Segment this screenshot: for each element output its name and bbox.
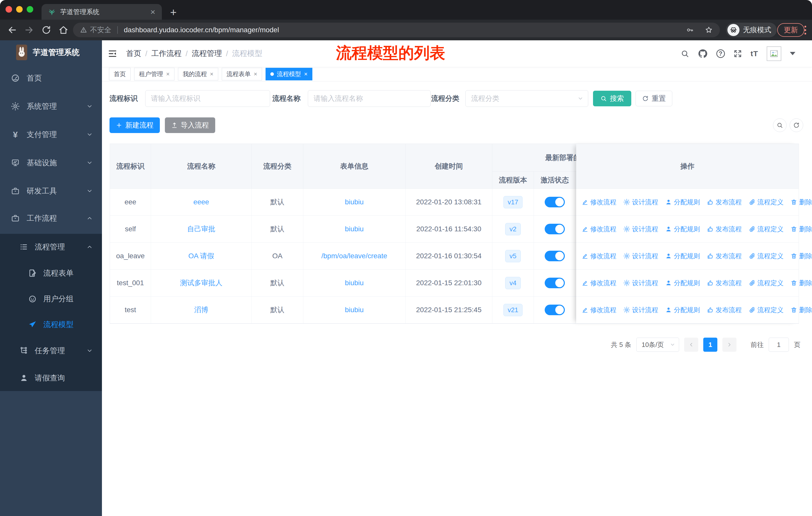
process-definition-link[interactable]: 流程定义 — [749, 252, 784, 261]
process-definition-link[interactable]: 流程定义 — [749, 225, 784, 234]
process-name-link[interactable]: OA 请假 — [188, 251, 214, 261]
caret-down-icon[interactable] — [790, 52, 795, 55]
delete-link[interactable]: 删除 — [791, 252, 812, 261]
process-definition-link[interactable]: 流程定义 — [749, 198, 784, 207]
home-icon[interactable] — [58, 25, 68, 35]
assign-rule-link[interactable]: 分配规则 — [665, 252, 700, 261]
security-chip[interactable]: 不安全 — [80, 25, 111, 35]
tag-tenant[interactable]: 租户管理× — [134, 68, 174, 80]
table-refresh-button[interactable] — [790, 118, 803, 132]
close-window-button[interactable] — [5, 6, 12, 12]
form-info-link[interactable]: biubiu — [345, 306, 364, 314]
prev-page-button[interactable] — [684, 337, 698, 352]
design-process-link[interactable]: 设计流程 — [624, 279, 658, 288]
tag-process-form[interactable]: 流程表单× — [222, 68, 262, 80]
sidebar-item-infra[interactable]: 基础设施 — [0, 150, 102, 175]
fullscreen-icon[interactable] — [733, 49, 742, 58]
star-icon[interactable] — [705, 26, 713, 34]
browser-menu-icon[interactable] — [805, 26, 806, 34]
sidebar-fold-icon[interactable] — [108, 49, 118, 59]
help-icon[interactable]: ? — [716, 49, 725, 58]
assign-rule-link[interactable]: 分配规则 — [665, 279, 700, 288]
reset-button[interactable]: 重置 — [636, 91, 672, 106]
page-size-select[interactable]: 10条/页 — [636, 337, 679, 352]
tag-home[interactable]: 首页 — [109, 68, 130, 80]
assign-rule-link[interactable]: 分配规则 — [665, 198, 700, 207]
sidebar-item-user-group[interactable]: 用户分组 — [0, 286, 102, 311]
sidebar-item-devtools[interactable]: 研发工具 — [0, 179, 102, 203]
delete-link[interactable]: 删除 — [791, 198, 812, 207]
delete-link[interactable]: 删除 — [791, 225, 812, 234]
breadcrumb-item[interactable]: 流程管理 — [192, 48, 222, 59]
publish-process-link[interactable]: 发布流程 — [707, 225, 742, 234]
process-definition-link[interactable]: 流程定义 — [749, 279, 784, 288]
browser-tab[interactable]: 芋道管理系统 × — [41, 4, 162, 20]
sidebar-item-task-mgmt[interactable]: 任务管理 — [0, 338, 102, 363]
tag-close-icon[interactable]: × — [304, 71, 308, 78]
design-process-link[interactable]: 设计流程 — [624, 225, 658, 234]
process-name-link[interactable]: 自己审批 — [187, 224, 215, 234]
key-icon[interactable] — [686, 26, 694, 34]
active-toggle[interactable] — [545, 197, 565, 207]
modify-process-link[interactable]: 修改流程 — [582, 306, 616, 315]
sidebar-item-home[interactable]: 首页 — [0, 65, 102, 91]
import-process-button[interactable]: 导入流程 — [165, 117, 215, 133]
breadcrumb-item[interactable]: 首页 — [126, 48, 141, 59]
design-process-link[interactable]: 设计流程 — [624, 306, 658, 315]
active-toggle[interactable] — [545, 305, 565, 315]
new-tab-button[interactable]: + — [170, 6, 177, 19]
active-toggle[interactable] — [545, 251, 565, 261]
sidebar-item-process-form[interactable]: 流程表单 — [0, 261, 102, 286]
filter-key-input[interactable] — [145, 90, 270, 107]
update-button[interactable]: 更新 — [777, 23, 805, 37]
modify-process-link[interactable]: 修改流程 — [582, 279, 616, 288]
process-name-link[interactable]: 滔博 — [194, 305, 208, 315]
form-info-link[interactable]: biubiu — [345, 279, 364, 287]
form-info-link[interactable]: biubiu — [345, 198, 364, 206]
sidebar-item-system[interactable]: 系统管理 — [0, 94, 102, 119]
tag-process-model[interactable]: 流程模型× — [265, 68, 312, 80]
tag-close-icon[interactable]: × — [210, 71, 213, 78]
reload-icon[interactable] — [41, 25, 51, 35]
forward-icon[interactable] — [24, 25, 34, 35]
publish-process-link[interactable]: 发布流程 — [707, 252, 742, 261]
table-search-toggle-button[interactable] — [773, 118, 787, 132]
assign-rule-link[interactable]: 分配规则 — [665, 225, 700, 234]
form-info-link[interactable]: /bpm/oa/leave/create — [321, 252, 387, 260]
active-toggle[interactable] — [545, 224, 565, 234]
filter-category-select[interactable]: 流程分类 — [465, 90, 588, 107]
search-button[interactable]: 搜索 — [593, 91, 631, 106]
filter-name-input[interactable] — [308, 90, 431, 107]
breadcrumb-item[interactable]: 工作流程 — [151, 48, 181, 59]
font-size-icon[interactable]: tT — [751, 49, 758, 58]
current-page-button[interactable]: 1 — [703, 337, 717, 352]
publish-process-link[interactable]: 发布流程 — [707, 279, 742, 288]
tab-close-icon[interactable]: × — [150, 7, 155, 16]
design-process-link[interactable]: 设计流程 — [624, 198, 658, 207]
sidebar-item-workflow[interactable]: 工作流程 — [0, 206, 102, 231]
tag-close-icon[interactable]: × — [254, 71, 257, 78]
modify-process-link[interactable]: 修改流程 — [582, 252, 616, 261]
sidebar-logo-row[interactable]: 芋道管理系统 — [0, 42, 102, 62]
goto-page-input[interactable] — [769, 337, 789, 352]
back-icon[interactable] — [7, 25, 17, 35]
github-icon[interactable] — [698, 49, 708, 59]
tag-my-process[interactable]: 我的流程× — [178, 68, 218, 80]
sidebar-item-process-mgmt[interactable]: 流程管理 — [0, 234, 102, 260]
minimize-window-button[interactable] — [16, 6, 23, 12]
modify-process-link[interactable]: 修改流程 — [582, 225, 616, 234]
url-bar[interactable]: 不安全 dashboard.yudao.iocoder.cn/bpm/manag… — [73, 23, 720, 37]
next-page-button[interactable] — [722, 337, 736, 352]
form-info-link[interactable]: biubiu — [345, 225, 364, 233]
avatar[interactable] — [767, 46, 781, 61]
search-icon[interactable] — [680, 49, 689, 58]
design-process-link[interactable]: 设计流程 — [624, 252, 658, 261]
delete-link[interactable]: 删除 — [791, 279, 812, 288]
zoom-window-button[interactable] — [27, 6, 33, 12]
delete-link[interactable]: 删除 — [791, 306, 812, 315]
process-name-link[interactable]: 测试多审批人 — [180, 278, 223, 288]
assign-rule-link[interactable]: 分配规则 — [665, 306, 700, 315]
sidebar-item-process-model[interactable]: 流程模型 — [0, 312, 102, 337]
publish-process-link[interactable]: 发布流程 — [707, 306, 742, 315]
active-toggle[interactable] — [545, 278, 565, 288]
